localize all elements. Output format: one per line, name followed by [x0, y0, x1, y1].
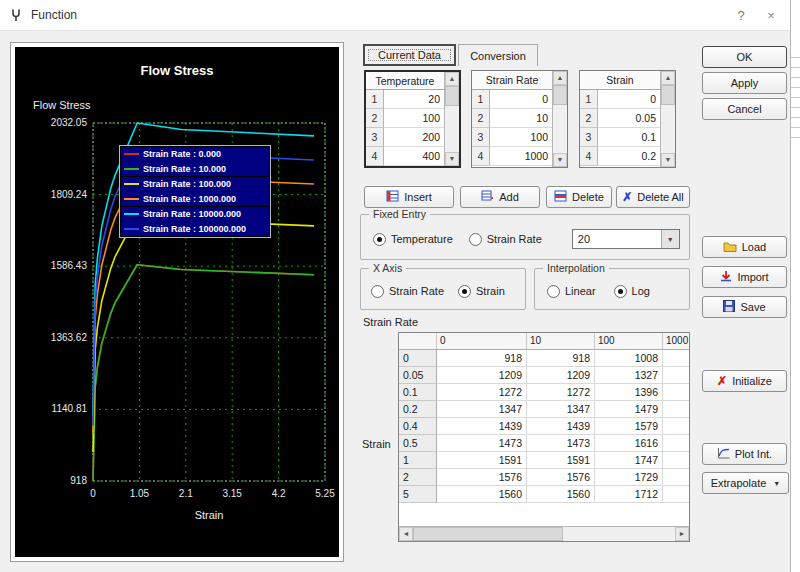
cell-value[interactable]: 400: [384, 147, 444, 166]
table-row[interactable]: 10: [472, 90, 552, 109]
scrollbar-thumb[interactable]: [413, 527, 563, 541]
grid-column-header[interactable]: 1000: [663, 333, 690, 349]
scroll-down-icon[interactable]: ▼: [661, 153, 675, 167]
grid-cell[interactable]: 1272: [437, 384, 527, 401]
cell-value[interactable]: 10: [490, 109, 552, 128]
radio-circle-icon[interactable]: [373, 233, 386, 246]
delete-button[interactable]: Delete: [546, 186, 612, 208]
vertical-scrollbar[interactable]: ▲ ▼: [660, 71, 675, 167]
grid-cell[interactable]: 1747: [595, 452, 663, 469]
table-row[interactable]: 120: [366, 90, 444, 109]
horizontal-scrollbar[interactable]: ◄ ►: [399, 526, 689, 541]
radio-circle-icon[interactable]: [371, 285, 384, 298]
cell-value[interactable]: 0: [598, 90, 660, 109]
cancel-button[interactable]: Cancel: [702, 98, 787, 120]
radio-xaxis-strain[interactable]: Strain: [458, 285, 505, 298]
grid-cell[interactable]: 1008: [595, 350, 663, 367]
cell-value[interactable]: 0.2: [598, 147, 660, 166]
grid-cell[interactable]: [663, 469, 690, 486]
grid-row-header[interactable]: 0.05: [399, 367, 437, 384]
table-row[interactable]: 10: [580, 90, 660, 109]
grid-cell[interactable]: 1439: [437, 418, 527, 435]
grid-cell[interactable]: 1579: [595, 418, 663, 435]
grid-cell[interactable]: 1729: [595, 469, 663, 486]
delete-all-button[interactable]: ✗ Delete All: [616, 186, 690, 208]
scroll-up-icon[interactable]: ▲: [553, 71, 567, 85]
insert-button[interactable]: Insert: [364, 186, 454, 208]
grid-cell[interactable]: [663, 367, 690, 384]
tab-current-data[interactable]: Current Data: [363, 44, 456, 66]
grid-cell[interactable]: 1576: [527, 469, 595, 486]
scroll-left-icon[interactable]: ◄: [399, 527, 413, 541]
radio-temperature[interactable]: Temperature: [373, 233, 453, 246]
add-button[interactable]: Add: [460, 186, 540, 208]
radio-xaxis-strain-rate[interactable]: Strain Rate: [371, 285, 444, 298]
cell-value[interactable]: 0.1: [598, 128, 660, 147]
grid-cell[interactable]: [663, 452, 690, 469]
grid-row-header[interactable]: 0.2: [399, 401, 437, 418]
grid-cell[interactable]: 1439: [527, 418, 595, 435]
scroll-up-icon[interactable]: ▲: [661, 71, 675, 85]
grid-cell[interactable]: 1479: [595, 401, 663, 418]
grid-cell[interactable]: 1396: [595, 384, 663, 401]
grid-cell[interactable]: 1712: [595, 486, 663, 503]
grid-row-header[interactable]: 0.4: [399, 418, 437, 435]
tab-conversion[interactable]: Conversion: [458, 44, 538, 66]
radio-circle-icon[interactable]: [458, 285, 471, 298]
grid-column-header[interactable]: 10: [527, 333, 595, 349]
grid-cell[interactable]: [663, 350, 690, 367]
grid-cell[interactable]: 1576: [437, 469, 527, 486]
table-row[interactable]: 30.1: [580, 128, 660, 147]
grid-column-header[interactable]: 100: [595, 333, 663, 349]
grid-cell[interactable]: 1209: [527, 367, 595, 384]
scrollbar-thumb[interactable]: [445, 86, 459, 106]
grid-row-header[interactable]: 0: [399, 350, 437, 367]
grid-cell[interactable]: 918: [527, 350, 595, 367]
grid-cell[interactable]: [663, 384, 690, 401]
grid-row-header[interactable]: 2: [399, 469, 437, 486]
cell-value[interactable]: 0.05: [598, 109, 660, 128]
radio-linear[interactable]: Linear: [547, 285, 596, 298]
grid-cell[interactable]: 1591: [437, 452, 527, 469]
grid-row-header[interactable]: 5: [399, 486, 437, 503]
scroll-up-icon[interactable]: ▲: [445, 72, 459, 86]
grid-cell[interactable]: [663, 418, 690, 435]
cell-value[interactable]: 0: [490, 90, 552, 109]
grid-cell[interactable]: 1473: [527, 435, 595, 452]
plot-int-button[interactable]: Plot Int.: [702, 443, 787, 465]
table-row[interactable]: 210: [472, 109, 552, 128]
table-row[interactable]: 41000: [472, 147, 552, 166]
grid-cell[interactable]: 1347: [437, 401, 527, 418]
table-row[interactable]: 2100: [366, 109, 444, 128]
cell-value[interactable]: 100: [384, 109, 444, 128]
grid-cell[interactable]: 1616: [595, 435, 663, 452]
cell-value[interactable]: 1000: [490, 147, 552, 166]
grid-cell[interactable]: [663, 435, 690, 452]
scrollbar-thumb[interactable]: [553, 85, 567, 105]
grid-cell[interactable]: 918: [437, 350, 527, 367]
cell-value[interactable]: 20: [384, 90, 444, 109]
table-row[interactable]: 20.05: [580, 109, 660, 128]
close-button[interactable]: ×: [756, 1, 786, 30]
grid-column-header[interactable]: 0: [437, 333, 527, 349]
load-button[interactable]: Load: [702, 236, 787, 258]
radio-circle-icon[interactable]: [547, 285, 560, 298]
scroll-down-icon[interactable]: ▼: [445, 152, 459, 166]
grid-cell[interactable]: 1272: [527, 384, 595, 401]
table-row[interactable]: 4400: [366, 147, 444, 166]
extrapolate-button[interactable]: Extrapolate ▼: [702, 472, 789, 494]
grid-row-header[interactable]: 0.5: [399, 435, 437, 452]
table-row[interactable]: 3100: [472, 128, 552, 147]
table-row[interactable]: 40.2: [580, 147, 660, 166]
grid-row-header[interactable]: 1: [399, 452, 437, 469]
grid-cell[interactable]: [663, 486, 690, 503]
table-row[interactable]: 3200: [366, 128, 444, 147]
vertical-scrollbar[interactable]: ▲ ▼: [444, 72, 459, 166]
scroll-right-icon[interactable]: ►: [675, 527, 689, 541]
grid-cell[interactable]: 1560: [437, 486, 527, 503]
scroll-down-icon[interactable]: ▼: [553, 153, 567, 167]
grid-cell[interactable]: 1209: [437, 367, 527, 384]
dropdown-arrow-icon[interactable]: ▼: [661, 230, 679, 248]
initialize-button[interactable]: ✗ Initialize: [702, 370, 787, 392]
grid-cell[interactable]: 1560: [527, 486, 595, 503]
